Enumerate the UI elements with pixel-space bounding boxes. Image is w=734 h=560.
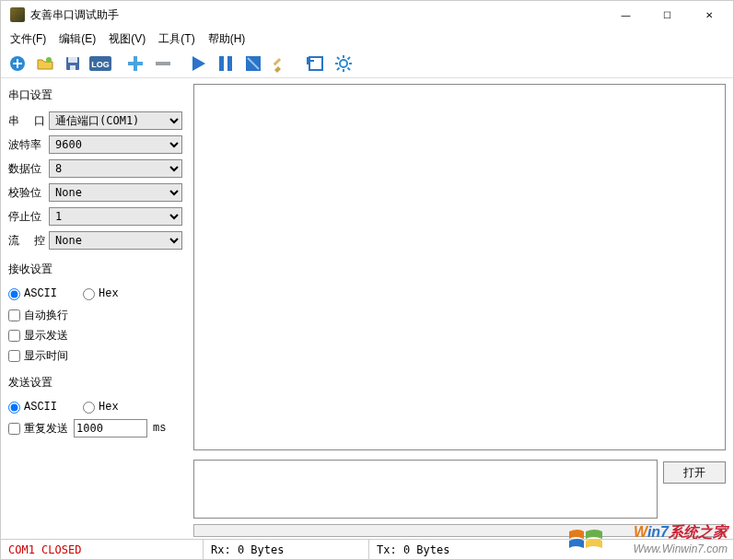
svg-rect-15 [274,58,281,65]
close-button[interactable]: ✕ [688,2,729,28]
open-port-button[interactable]: 打开 [663,461,726,484]
svg-rect-5 [68,57,77,63]
baud-label: 波特率 [8,137,45,153]
menu-tools[interactable]: 工具(T) [153,29,200,49]
serial-settings-group: 串口设置 串口通信端口(COM1) 波特率9600 数据位8 校验位None 停… [8,84,182,252]
svg-rect-12 [219,56,224,71]
menubar: 文件(F) 编辑(E) 视图(V) 工具(T) 帮助(H) [1,29,733,49]
settings-gear-icon[interactable] [331,51,356,76]
showtime-checkbox[interactable]: 显示时间 [8,348,68,364]
status-rx: Rx: 0 Bytes [204,540,369,559]
tx-ascii-radio[interactable]: ASCII [8,401,57,414]
databits-label: 数据位 [8,161,45,177]
svg-line-29 [348,57,351,60]
left-panel: 串口设置 串口通信端口(COM1) 波特率9600 数据位8 校验位None 停… [1,78,190,541]
new-icon[interactable] [5,51,30,76]
status-tx: Tx: 0 Bytes [369,540,733,559]
rx-hex-radio[interactable]: Hex [83,287,119,300]
menu-view[interactable]: 视图(V) [103,29,151,49]
databits-select[interactable]: 8 [49,159,182,178]
repeat-send-checkbox[interactable]: 重复发送 [8,421,68,437]
menu-file[interactable]: 文件(F) [5,29,52,49]
svg-line-28 [337,67,340,70]
menu-edit[interactable]: 编辑(E) [53,29,101,49]
baud-select[interactable]: 9600 [49,135,182,154]
right-panel: 打开 [190,78,733,541]
svg-rect-13 [227,56,232,71]
toolbar: LOG [1,49,733,78]
send-settings-group: 发送设置 ASCII Hex 重复发送 ms [8,371,182,438]
minus-icon[interactable] [150,51,176,76]
app-icon [10,7,25,22]
play-icon[interactable] [185,51,211,76]
titlebar: 友善串口调试助手 — ☐ ✕ [1,1,733,29]
showsend-checkbox[interactable]: 显示发送 [8,328,68,344]
svg-rect-6 [70,65,76,70]
send-textarea[interactable] [193,460,658,519]
stopbits-select[interactable]: 1 [49,207,182,226]
pause-icon[interactable] [213,51,239,76]
svg-text:LOG: LOG [91,60,110,69]
brush-icon[interactable] [268,51,294,76]
svg-rect-11 [156,62,170,65]
receive-legend: 接收设置 [8,262,182,277]
progress-bar [193,524,726,537]
menu-help[interactable]: 帮助(H) [203,29,251,49]
repeat-unit-label: ms [153,422,166,435]
parity-label: 校验位 [8,185,45,201]
svg-point-21 [340,60,347,67]
window-title: 友善串口调试助手 [30,7,605,23]
send-legend: 发送设置 [8,375,182,391]
port-select[interactable]: 通信端口(COM1) [49,111,182,130]
svg-rect-10 [128,62,143,65]
svg-line-26 [337,57,340,60]
save-icon[interactable] [60,51,86,76]
receive-textarea[interactable] [193,84,726,450]
parity-select[interactable]: None [49,183,182,202]
clear-icon[interactable] [240,51,266,76]
rx-ascii-radio[interactable]: ASCII [8,287,57,300]
receive-settings-group: 接收设置 ASCII Hex 自动换行 显示发送 显示时间 [8,258,182,366]
new-window-icon[interactable] [303,51,329,76]
svg-line-27 [348,67,351,70]
svg-rect-2 [13,63,22,64]
plus-icon[interactable] [122,51,148,76]
minimize-button[interactable]: — [605,2,647,28]
open-folder-icon[interactable] [32,51,58,76]
flow-label: 流控 [8,233,45,249]
serial-legend: 串口设置 [8,88,182,103]
maximize-button[interactable]: ☐ [647,2,688,28]
autowrap-checkbox[interactable]: 自动换行 [8,308,68,323]
tx-hex-radio[interactable]: Hex [83,401,119,414]
flow-select[interactable]: None [49,231,182,250]
port-label: 串口 [8,113,45,129]
repeat-interval-input[interactable] [74,419,147,438]
statusbar: COM1 CLOSED Rx: 0 Bytes Tx: 0 Bytes [1,539,733,559]
svg-rect-16 [309,57,322,70]
svg-point-3 [46,57,52,63]
status-connection: COM1 CLOSED [1,540,204,559]
log-icon[interactable]: LOG [87,51,113,76]
main-area: 串口设置 串口通信端口(COM1) 波特率9600 数据位8 校验位None 停… [1,78,733,541]
stopbits-label: 停止位 [8,209,45,225]
